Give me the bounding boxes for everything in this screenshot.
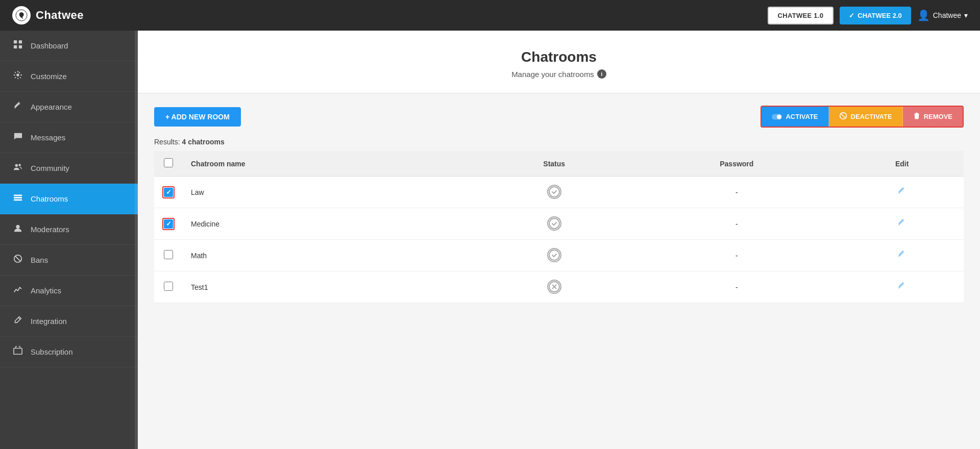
math-checkbox[interactable]	[164, 250, 173, 259]
sidebar-label-bans: Bans	[31, 256, 48, 264]
sidebar-item-integration[interactable]: Integration	[0, 306, 138, 337]
customize-icon	[12, 70, 23, 82]
edit-pencil-icon[interactable]	[897, 219, 906, 229]
user-dropdown-icon: ▾	[964, 11, 968, 19]
sidebar-item-customize[interactable]: Customize	[0, 61, 138, 92]
sidebar-item-subscription[interactable]: Subscription	[0, 337, 138, 367]
svg-rect-8	[14, 195, 22, 196]
status-inactive-icon	[547, 280, 561, 294]
table-row: Medicine -	[154, 208, 964, 240]
sidebar-item-bans[interactable]: Bans	[0, 245, 138, 276]
svg-point-7	[18, 164, 21, 166]
checked-checkbox-wrapper	[162, 218, 175, 230]
svg-rect-14	[14, 348, 22, 355]
page-header: Chatrooms Manage your chatrooms i	[138, 31, 980, 93]
sidebar-item-messages[interactable]: Messages	[0, 122, 138, 153]
row-status-math	[475, 240, 633, 271]
medicine-checkbox[interactable]	[164, 219, 173, 229]
edit-pencil-icon[interactable]	[897, 187, 906, 197]
row-edit-medicine[interactable]	[840, 208, 964, 240]
row-status-law	[475, 177, 633, 208]
deactivate-icon	[839, 112, 847, 121]
row-checkbox-cell	[154, 240, 183, 271]
row-password-law: -	[633, 177, 840, 208]
edit-pencil-icon[interactable]	[897, 251, 906, 261]
analytics-icon	[12, 285, 23, 296]
row-edit-law[interactable]	[840, 177, 964, 208]
dashboard-icon	[12, 40, 23, 52]
row-name-test1: Test1	[183, 271, 475, 303]
sidebar-item-analytics[interactable]: Analytics	[0, 276, 138, 306]
svg-rect-10	[14, 199, 22, 201]
user-menu[interactable]: 👤 Chatwee ▾	[917, 9, 968, 21]
svg-point-19	[549, 187, 559, 197]
row-password-medicine: -	[633, 208, 840, 240]
svg-point-21	[549, 250, 559, 260]
law-checkbox[interactable]	[164, 188, 173, 197]
chatwee-v2-button[interactable]: ✓ CHATWEE 2.0	[840, 7, 911, 24]
row-checkbox-cell	[154, 177, 183, 208]
sidebar-label-dashboard: Dashboard	[31, 41, 68, 50]
sidebar-item-appearance[interactable]: Appearance	[0, 92, 138, 122]
sidebar-item-moderators[interactable]: Moderators	[0, 214, 138, 245]
table-row: Law -	[154, 177, 964, 208]
sidebar-item-chatrooms[interactable]: Chatrooms	[0, 184, 138, 214]
main-content: Chatrooms Manage your chatrooms i + ADD …	[138, 31, 980, 449]
row-checkbox-cell	[154, 208, 183, 240]
col-password: Password	[633, 151, 840, 177]
select-all-checkbox[interactable]	[164, 158, 173, 167]
row-status-test1	[475, 271, 633, 303]
table-toolbar: + ADD NEW ROOM ACTIVATE DEACTIVATE	[154, 106, 964, 128]
chatwee-v1-button[interactable]: CHATWEE 1.0	[768, 7, 834, 24]
page-title: Chatrooms	[138, 49, 980, 65]
sidebar-label-appearance: Appearance	[31, 103, 72, 111]
sidebar-scrollbar[interactable]	[135, 31, 138, 449]
sidebar-label-community: Community	[31, 164, 69, 172]
test1-checkbox[interactable]	[164, 282, 173, 291]
page-subtitle: Manage your chatrooms i	[138, 69, 980, 79]
svg-line-13	[15, 256, 21, 262]
sidebar-label-customize: Customize	[31, 72, 67, 81]
status-active-icon	[547, 185, 561, 199]
info-icon: i	[597, 69, 606, 79]
status-active-icon	[547, 216, 561, 231]
results-count: Results: 4 chatrooms	[154, 138, 964, 146]
sidebar-label-analytics: Analytics	[31, 286, 61, 295]
svg-point-11	[16, 225, 19, 229]
svg-point-5	[16, 73, 19, 76]
messages-icon	[12, 132, 23, 143]
appearance-icon	[12, 101, 23, 113]
row-edit-math[interactable]	[840, 240, 964, 271]
topnav: Chatwee CHATWEE 1.0 ✓ CHATWEE 2.0 👤 Chat…	[0, 0, 980, 31]
deactivate-button[interactable]: DEACTIVATE	[829, 107, 903, 127]
col-edit: Edit	[840, 151, 964, 177]
row-password-math: -	[633, 240, 840, 271]
user-name: Chatwee	[933, 11, 961, 19]
edit-pencil-icon[interactable]	[897, 282, 906, 292]
row-status-medicine	[475, 208, 633, 240]
table-body: Law -	[154, 177, 964, 303]
svg-point-16	[777, 114, 781, 119]
sidebar-label-moderators: Moderators	[31, 225, 69, 234]
svg-rect-3	[14, 45, 17, 48]
svg-rect-1	[14, 40, 17, 43]
remove-button[interactable]: REMOVE	[903, 107, 963, 127]
logo-area: Chatwee	[12, 6, 84, 24]
status-active-icon	[547, 248, 561, 262]
activate-button[interactable]: ACTIVATE	[762, 107, 828, 127]
col-status: Status	[475, 151, 633, 177]
sidebar-item-dashboard[interactable]: Dashboard	[0, 31, 138, 61]
row-name-medicine: Medicine	[183, 208, 475, 240]
logo-icon	[12, 6, 31, 24]
svg-point-20	[549, 218, 559, 229]
sidebar-item-community[interactable]: Community	[0, 153, 138, 184]
community-icon	[12, 162, 23, 174]
row-password-test1: -	[633, 271, 840, 303]
integration-icon	[12, 315, 23, 327]
row-edit-test1[interactable]	[840, 271, 964, 303]
sidebar-label-integration: Integration	[31, 317, 67, 326]
action-buttons-group: ACTIVATE DEACTIVATE REMOVE	[761, 106, 964, 128]
add-new-room-button[interactable]: + ADD NEW ROOM	[154, 107, 241, 127]
table-row: Test1 -	[154, 271, 964, 303]
svg-line-18	[841, 113, 846, 118]
